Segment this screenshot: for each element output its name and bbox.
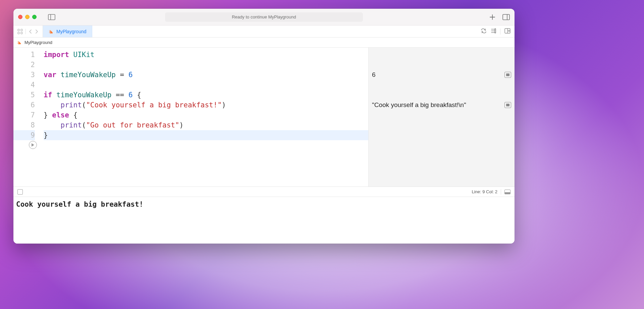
svg-rect-7: [21, 32, 22, 34]
add-button[interactable]: [489, 14, 496, 20]
code-line[interactable]: import UIKit: [44, 50, 368, 60]
editor-area: 123456789 import UIKit var timeYouWakeUp…: [13, 48, 515, 187]
result-row[interactable]: "Cook yourself a big breakfast!\n": [372, 100, 511, 110]
library-panel-button[interactable]: [502, 14, 510, 20]
tab-bar: MyPlayground: [13, 25, 515, 38]
code-line[interactable]: [44, 60, 368, 70]
svg-rect-5: [21, 29, 22, 31]
code-line[interactable]: print("Cook yourself a big breakfast!"): [44, 100, 368, 110]
adjust-editor-options-icon[interactable]: [491, 28, 496, 35]
line-number: 6: [13, 100, 35, 110]
tab-label: MyPlayground: [56, 29, 87, 34]
add-editor-icon[interactable]: [504, 28, 511, 35]
zoom-window-button[interactable]: [32, 15, 37, 19]
quicklook-icon[interactable]: [504, 102, 511, 108]
code-line[interactable]: if timeYouWakeUp == 6 {: [44, 90, 368, 100]
cursor-position: Line: 9 Col: 2: [472, 189, 497, 194]
console-output[interactable]: Cook yourself a big breakfast!: [13, 197, 515, 244]
window-controls: [18, 15, 37, 19]
line-number: 2: [13, 60, 35, 70]
line-number: 5: [13, 90, 35, 100]
result-text: "Cook yourself a big breakfast!\n": [372, 101, 504, 109]
jump-bar-label: MyPlayground: [24, 40, 52, 45]
related-items-icon[interactable]: [17, 29, 23, 34]
code-line[interactable]: print("Go out for breakfast"): [44, 120, 368, 130]
line-number: 4: [13, 80, 35, 90]
result-text: 6: [372, 71, 504, 79]
debug-status-bar: Line: 9 Col: 2: [13, 187, 515, 197]
tab-myplayground[interactable]: MyPlayground: [43, 25, 92, 37]
nav-back-button[interactable]: [29, 29, 33, 34]
line-number: 9: [13, 130, 35, 140]
swift-file-icon: [17, 40, 22, 45]
breakpoint-toggle-icon[interactable]: [17, 189, 23, 195]
quicklook-icon[interactable]: [504, 72, 511, 78]
titlebar: Ready to continue MyPlayground: [13, 9, 515, 25]
jump-bar[interactable]: MyPlayground: [13, 38, 515, 48]
activity-status: Ready to continue MyPlayground: [165, 12, 363, 22]
code-editor[interactable]: 123456789 import UIKit var timeYouWakeUp…: [13, 48, 368, 187]
line-number: 7: [13, 110, 35, 120]
xcode-window: Ready to continue MyPlayground: [13, 9, 515, 244]
line-number: 8: [13, 120, 35, 130]
toggle-navigator-button[interactable]: [48, 14, 55, 20]
refresh-icon[interactable]: [481, 28, 487, 35]
minimize-window-button[interactable]: [25, 15, 30, 19]
code-line[interactable]: var timeYouWakeUp = 6: [44, 70, 368, 80]
svg-rect-4: [18, 29, 19, 31]
svg-rect-0: [48, 14, 55, 20]
result-row[interactable]: 6: [372, 70, 511, 80]
swift-file-icon: [48, 29, 54, 34]
run-playground-button[interactable]: [29, 141, 37, 149]
nav-forward-button[interactable]: [35, 29, 39, 34]
line-number: 3: [13, 70, 35, 80]
console-text: Cook yourself a big breakfast!: [16, 200, 143, 208]
toggle-debug-area-icon[interactable]: [504, 190, 511, 194]
svg-rect-2: [503, 14, 509, 20]
code-line[interactable]: }: [44, 130, 368, 140]
results-sidebar: 6"Cook yourself a big breakfast!\n": [368, 48, 515, 187]
close-window-button[interactable]: [18, 15, 22, 19]
svg-rect-6: [18, 32, 19, 34]
activity-status-text: Ready to continue MyPlayground: [232, 14, 296, 19]
code-line[interactable]: } else {: [44, 110, 368, 120]
line-number: 1: [13, 50, 35, 60]
code-line[interactable]: [44, 80, 368, 90]
